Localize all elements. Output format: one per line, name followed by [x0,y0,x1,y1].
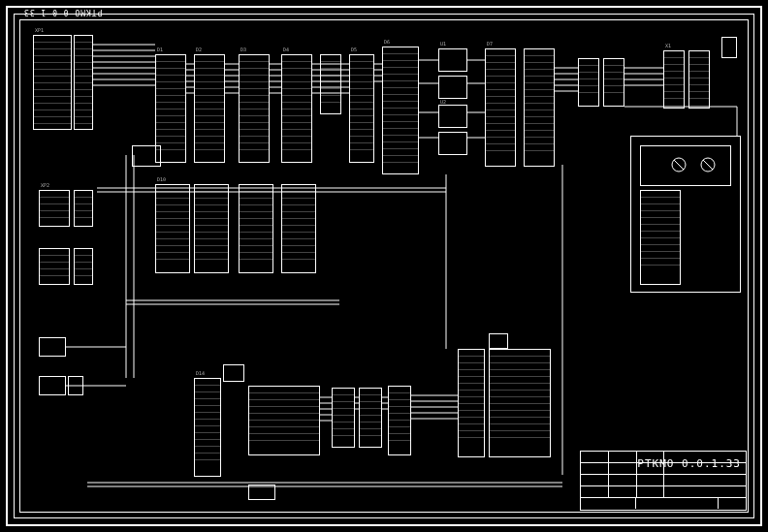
document-number-mirrored: PTKMO 0 0 1 33 [23,8,102,16]
document-number: PTKMO 0.0.1.33 [637,457,741,470]
wiring-net [19,19,749,513]
